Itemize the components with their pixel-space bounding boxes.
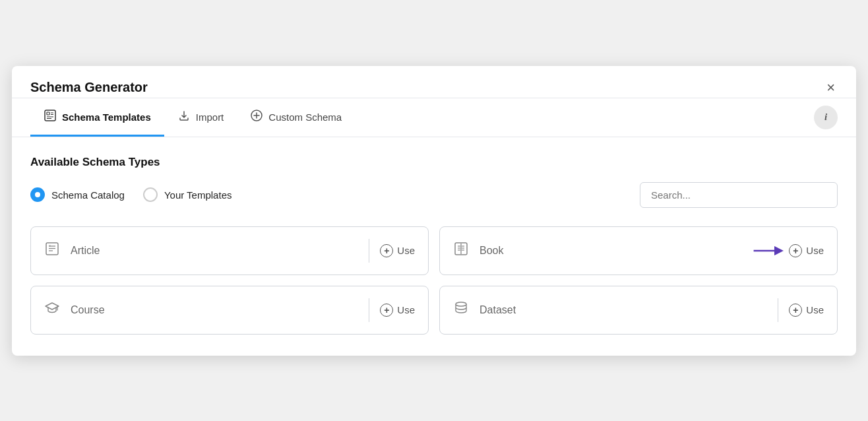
- dataset-name: Dataset: [480, 304, 767, 316]
- radio-your-templates-label: Your Templates: [164, 189, 232, 201]
- book-use-button[interactable]: + Use: [789, 244, 824, 257]
- dataset-use-label: Use: [806, 304, 824, 315]
- radio-your-templates-outer: [143, 187, 158, 202]
- article-use-button[interactable]: + Use: [380, 244, 415, 257]
- course-name: Course: [71, 304, 358, 316]
- section-title: Available Schema Types: [30, 156, 838, 169]
- schema-card-course: Course + Use: [30, 286, 429, 335]
- svg-rect-1: [47, 112, 49, 115]
- svg-rect-0: [45, 110, 55, 121]
- modal-title: Schema Generator: [30, 80, 148, 95]
- course-use-label: Use: [397, 304, 415, 315]
- tabs-row: Schema Templates Import Custom Schema: [12, 98, 856, 137]
- article-use-label: Use: [397, 245, 415, 256]
- close-button[interactable]: ×: [824, 78, 838, 98]
- radio-schema-catalog-outer: [30, 187, 45, 202]
- radio-your-templates[interactable]: Your Templates: [143, 187, 232, 202]
- book-icon: [453, 241, 469, 261]
- schema-generator-modal: Schema Generator × Schema Templates: [12, 66, 856, 356]
- tab-import[interactable]: Import: [164, 98, 237, 137]
- svg-rect-13: [49, 245, 51, 247]
- svg-point-25: [456, 302, 466, 306]
- info-button[interactable]: i: [814, 106, 838, 129]
- filter-row: Schema Catalog Your Templates: [30, 182, 838, 208]
- dataset-icon: [453, 300, 469, 320]
- schema-templates-icon: [44, 109, 57, 125]
- book-arrow-indicator: [753, 242, 784, 260]
- tab-schema-templates-label: Schema Templates: [62, 112, 151, 123]
- schema-card-dataset: Dataset + Use: [439, 286, 838, 335]
- custom-schema-icon: [250, 109, 263, 125]
- dataset-use-button[interactable]: + Use: [789, 304, 824, 317]
- modal-header: Schema Generator ×: [12, 66, 856, 98]
- course-divider: [369, 298, 369, 322]
- radio-schema-catalog-inner: [35, 192, 40, 197]
- tab-custom-schema-label: Custom Schema: [268, 112, 342, 123]
- article-name: Article: [71, 245, 358, 257]
- tab-import-label: Import: [196, 112, 224, 123]
- search-input[interactable]: [640, 182, 838, 208]
- article-icon: [44, 241, 60, 261]
- dataset-divider: [778, 298, 778, 322]
- import-icon: [177, 109, 191, 125]
- book-use-label: Use: [806, 245, 824, 256]
- course-use-plus-icon: +: [380, 304, 393, 317]
- dataset-use-plus-icon: +: [789, 304, 802, 317]
- schema-cards-grid: Article + Use: [30, 226, 838, 335]
- schema-card-book: Book + Use: [439, 226, 838, 275]
- article-divider: [369, 239, 369, 263]
- book-use-plus-icon: +: [789, 244, 802, 257]
- course-use-button[interactable]: + Use: [380, 304, 415, 317]
- modal-body: Available Schema Types Schema Catalog Yo…: [12, 137, 856, 356]
- tab-schema-templates[interactable]: Schema Templates: [30, 98, 164, 137]
- radio-group: Schema Catalog Your Templates: [30, 187, 232, 202]
- article-use-plus-icon: +: [380, 244, 393, 257]
- schema-card-article: Article + Use: [30, 226, 429, 275]
- tab-custom-schema[interactable]: Custom Schema: [237, 98, 355, 137]
- radio-schema-catalog-label: Schema Catalog: [51, 189, 125, 201]
- book-name: Book: [480, 245, 789, 257]
- info-icon: i: [824, 112, 827, 123]
- radio-schema-catalog[interactable]: Schema Catalog: [30, 187, 125, 202]
- course-icon: [44, 300, 60, 320]
